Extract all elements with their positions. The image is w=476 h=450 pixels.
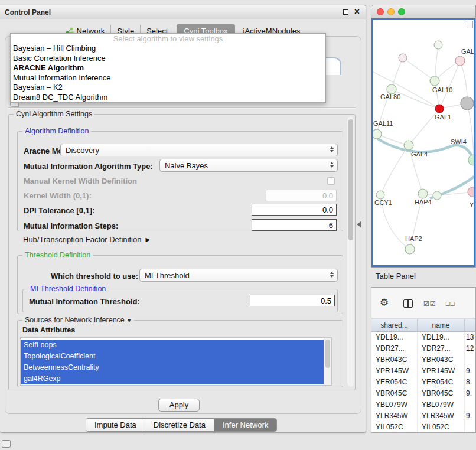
table-cell: YBR043C bbox=[371, 354, 418, 366]
which-threshold-combo[interactable]: MI Threshold bbox=[139, 269, 338, 282]
close-window-icon[interactable]: × bbox=[354, 9, 360, 15]
data-attributes-list-items: SelfLoopsTopologicalCoefficientBetweenne… bbox=[21, 338, 324, 385]
network-node-label: GAL11 bbox=[373, 120, 393, 127]
mi-steps-input[interactable] bbox=[252, 219, 337, 231]
network-node[interactable] bbox=[435, 105, 444, 113]
network-node[interactable] bbox=[399, 54, 407, 62]
close-traffic-light-icon[interactable] bbox=[377, 8, 384, 15]
network-node[interactable] bbox=[455, 56, 465, 66]
network-edge[interactable] bbox=[380, 145, 409, 195]
network-node[interactable] bbox=[468, 187, 475, 197]
attribute-list-item[interactable]: gal4RGexp bbox=[21, 373, 324, 384]
table-row[interactable]: YIL052CYIL052C bbox=[371, 422, 475, 433]
table-row[interactable]: YLR345WYLR345W9. bbox=[371, 410, 475, 422]
manual-kernel-checkbox[interactable] bbox=[327, 177, 335, 185]
network-view-window: GAL...GAL10GAL80GAL1GAL11GAL4SWI4HAP4YGC… bbox=[371, 5, 476, 268]
threshold-definition-group: Threshold Definition Which threshold to … bbox=[17, 255, 343, 314]
minimize-traffic-light-icon[interactable] bbox=[387, 8, 395, 15]
network-node[interactable] bbox=[387, 84, 396, 94]
table-cell: 8. bbox=[465, 377, 475, 388]
network-node[interactable] bbox=[405, 244, 415, 254]
zoom-traffic-light-icon[interactable] bbox=[398, 8, 405, 15]
sources-title[interactable]: Sources for Network Inference ▼ bbox=[22, 316, 134, 324]
algorithm-menu-item[interactable]: ARACNE Algorithm bbox=[11, 63, 325, 73]
table-row[interactable]: YER054CYER054C8. bbox=[371, 377, 475, 388]
table-row[interactable]: YBR043CYBR043C bbox=[371, 354, 475, 366]
network-node[interactable] bbox=[433, 191, 441, 200]
network-node-label: HAP4 bbox=[415, 198, 432, 206]
network-node[interactable] bbox=[373, 129, 382, 139]
algorithm-menu-item[interactable]: Dream8 DC_TDC Algorithm bbox=[11, 93, 325, 103]
table-row[interactable]: YBL079WYBL079W bbox=[371, 399, 475, 410]
tab-discretize-data[interactable]: Discretize Data bbox=[145, 419, 214, 431]
network-canvas[interactable]: GAL...GAL10GAL80GAL1GAL11GAL4SWI4HAP4YGC… bbox=[371, 18, 475, 267]
mi-threshold-input[interactable] bbox=[250, 295, 335, 306]
bottom-tab-bar: Impute Data Discretize Data Infer Networ… bbox=[86, 418, 277, 432]
network-node-label: GAL... bbox=[461, 48, 475, 55]
aracne-mode-combo[interactable]: Discovery bbox=[60, 144, 338, 156]
network-node[interactable] bbox=[376, 191, 384, 199]
algorithm-menu-item[interactable]: Bayesian – K2 bbox=[11, 83, 325, 93]
tab-infer-network[interactable]: Infer Network bbox=[214, 419, 276, 431]
algorithm-dropdown-menu: Select algorithm to view settings Bayesi… bbox=[10, 33, 326, 103]
table-cell: YDL19... bbox=[418, 332, 465, 343]
network-node[interactable] bbox=[404, 141, 413, 150]
network-node-label: GAL80 bbox=[380, 93, 400, 100]
hub-tf-definition-toggle[interactable]: Hub/Transcription Factor Definition ▶ bbox=[23, 235, 150, 244]
column-header-shared-name[interactable]: shared... bbox=[371, 319, 418, 331]
algorithm-menu-item[interactable]: Basic Correlation Inference bbox=[11, 54, 325, 64]
settings-scrollbar[interactable] bbox=[347, 116, 354, 387]
table-row[interactable]: YPR145WYPR145W9. bbox=[371, 366, 475, 377]
mi-threshold-definition-group: MI Threshold Definition Mutual Informati… bbox=[22, 289, 338, 312]
control-panel-window: Control Panel × Network Style Select Cyn… bbox=[0, 5, 366, 433]
network-node[interactable] bbox=[434, 41, 442, 49]
network-edge[interactable] bbox=[435, 45, 438, 81]
table-row[interactable]: YBR045CYBR045C9. bbox=[371, 388, 475, 399]
network-node-label: HAP2 bbox=[405, 235, 422, 242]
table-cell: YDR27... bbox=[418, 343, 465, 354]
columns-icon[interactable] bbox=[403, 299, 413, 308]
deselect-all-columns-icon[interactable]: □□ bbox=[446, 300, 455, 307]
scrollbar-thumb[interactable] bbox=[348, 119, 353, 240]
field-fragment bbox=[325, 57, 341, 75]
attribute-list-item[interactable]: BetweennessCentrality bbox=[21, 362, 324, 373]
control-panel-titlebar[interactable]: Control Panel × bbox=[0, 5, 366, 19]
table-cell: YIL052C bbox=[371, 422, 418, 433]
collapse-down-icon[interactable]: ▼ bbox=[126, 318, 132, 324]
network-edge[interactable] bbox=[403, 58, 435, 81]
network-node[interactable] bbox=[430, 76, 439, 86]
attribute-list-item[interactable]: TopologicalCoefficient bbox=[21, 351, 324, 362]
table-row[interactable]: YDR27...YDR27...12 bbox=[371, 343, 475, 354]
dpi-tolerance-input[interactable] bbox=[252, 204, 337, 216]
combo-arrows-icon bbox=[330, 272, 334, 278]
list-scrollbar[interactable] bbox=[324, 338, 331, 385]
tab-impute-data[interactable]: Impute Data bbox=[86, 419, 145, 431]
algorithm-menu-item[interactable]: Bayesian – Hill Climbing bbox=[11, 44, 325, 54]
scrollbar-thumb[interactable] bbox=[325, 340, 330, 368]
restore-window-icon[interactable] bbox=[343, 9, 348, 15]
column-header-name[interactable]: name bbox=[418, 319, 465, 331]
table-body: YDL19...YDL19...13YDR27...YDR27...12YBR0… bbox=[371, 332, 475, 432]
minimized-panel-icon[interactable] bbox=[2, 440, 11, 448]
select-all-columns-icon[interactable]: ☑☑ bbox=[423, 300, 436, 308]
column-header-extra[interactable] bbox=[465, 319, 475, 331]
attribute-list-item[interactable]: SelfLoops bbox=[21, 340, 324, 351]
algorithm-menu-item[interactable]: Mutual Information Inference bbox=[11, 73, 325, 83]
gear-icon[interactable]: ⚙ bbox=[380, 296, 389, 309]
table-toolbar: ⚙ ☑☑ □□ bbox=[371, 288, 475, 319]
network-window-titlebar[interactable] bbox=[371, 5, 475, 18]
expand-right-icon[interactable]: ▶ bbox=[145, 236, 150, 243]
network-node[interactable] bbox=[468, 155, 475, 165]
sources-title-text: Sources for Network Inference bbox=[25, 316, 125, 324]
data-attributes-list[interactable]: SelfLoopsTopologicalCoefficientBetweenne… bbox=[20, 337, 332, 386]
which-threshold-value: MI Threshold bbox=[145, 271, 190, 280]
table-cell: 9. bbox=[465, 410, 475, 422]
network-node[interactable] bbox=[461, 97, 474, 110]
settings-group-title: Cyni Algorithm Settings bbox=[14, 110, 94, 118]
mi-type-label: Mutual Information Algorithm Type: bbox=[24, 162, 153, 171]
panel-collapse-arrow-icon[interactable] bbox=[357, 221, 361, 227]
network-node[interactable] bbox=[418, 189, 428, 198]
mi-type-combo[interactable]: Naive Bayes bbox=[159, 159, 338, 172]
table-row[interactable]: YDL19...YDL19...13 bbox=[371, 332, 475, 343]
apply-button[interactable]: Apply bbox=[158, 399, 200, 412]
